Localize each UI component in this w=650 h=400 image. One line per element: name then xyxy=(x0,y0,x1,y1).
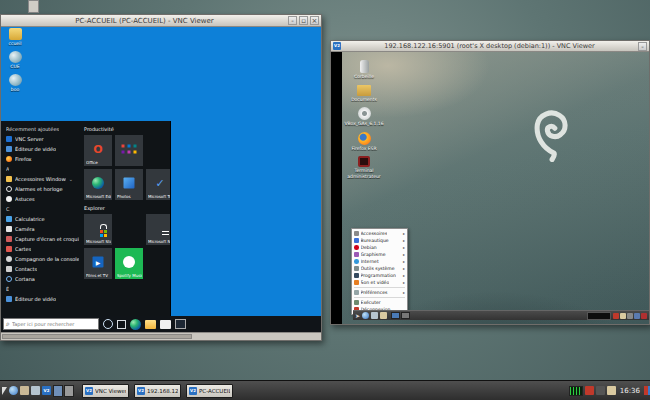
host-tray-icon-clipboard[interactable] xyxy=(607,386,616,395)
search-input[interactable] xyxy=(12,321,92,327)
menu-item[interactable]: Accessoires ▸ xyxy=(352,230,407,237)
menu-item[interactable]: Graphisme ▸ xyxy=(352,251,407,258)
workspace-switcher[interactable] xyxy=(391,312,410,319)
start-menu-item[interactable]: VNC Server xyxy=(6,134,79,144)
start-menu-item[interactable]: Récemment ajoutées xyxy=(6,124,79,134)
start-menu-item[interactable]: Compagnon de la console Xbox xyxy=(6,254,79,264)
start-tile[interactable]: Photos xyxy=(115,169,143,200)
start-tile[interactable]: Microsoft Ne xyxy=(146,214,170,245)
desktop-icon[interactable]: Firefox ESR xyxy=(344,132,384,152)
host-menu-pointer-icon[interactable] xyxy=(2,387,7,395)
titlebar[interactable]: V2 192.168.122.16:5901 (root's X desktop… xyxy=(331,41,649,52)
menu-item[interactable]: Programmation ▸ xyxy=(352,272,407,279)
scrollbar-thumb[interactable] xyxy=(2,334,192,339)
start-tile[interactable]: Spotify Music xyxy=(115,248,143,279)
start-menu-item[interactable]: Alarmes et horloge xyxy=(6,184,79,194)
edge-icon[interactable] xyxy=(130,319,141,330)
window-button[interactable]: V2 192.168.122.16:... xyxy=(134,384,181,398)
host-tray-icon-red[interactable] xyxy=(585,386,594,395)
host-file-manager-icon[interactable] xyxy=(31,386,40,395)
vnc-window-debian[interactable]: V2 192.168.122.16:5901 (root's X desktop… xyxy=(330,40,650,325)
folder-launcher-icon[interactable] xyxy=(380,312,387,319)
desktop-icon[interactable]: boo xyxy=(2,74,28,92)
host-folder-icon[interactable] xyxy=(20,386,29,395)
workspace-active[interactable] xyxy=(53,385,63,397)
start-menu-item[interactable]: Calculatrice xyxy=(6,214,79,224)
start-menu-item[interactable]: Cortana xyxy=(6,274,79,284)
network-monitor-icon[interactable] xyxy=(569,386,583,396)
task-view-icon[interactable] xyxy=(117,320,126,329)
host-vnc-launcher-icon[interactable]: V2 xyxy=(42,386,51,395)
start-menu-item[interactable]: Éditeur de vidéo xyxy=(6,144,79,154)
workspace-inactive[interactable] xyxy=(64,385,74,397)
tray-icon-grey[interactable] xyxy=(627,313,633,319)
submenu-arrow-icon: ▸ xyxy=(403,245,405,250)
host-tray-icon-grey[interactable] xyxy=(596,386,605,395)
titlebar[interactable]: PC-ACCUEIL (PC-ACCUEIL) - VNC Viewer - ▫… xyxy=(1,15,321,27)
close-button[interactable]: × xyxy=(310,16,319,25)
start-tile[interactable]: Office xyxy=(84,135,112,166)
start-menu-item[interactable]: Contacts xyxy=(6,264,79,274)
file-manager-launcher-icon[interactable] xyxy=(371,312,378,319)
menu-item[interactable]: Outils système ▸ xyxy=(352,265,407,272)
panel-window-button[interactable] xyxy=(587,312,611,320)
submenu-arrow-icon: ▸ xyxy=(403,290,405,295)
tray-icon-dark-red[interactable] xyxy=(641,313,647,319)
desktop-icon[interactable]: Terminal administrateur xyxy=(344,156,384,179)
start-menu-item[interactable]: Caméra xyxy=(6,224,79,234)
start-menu-item[interactable]: Cartes xyxy=(6,244,79,254)
start-menu-item[interactable]: A xyxy=(6,164,79,174)
desktop-icon[interactable]: VBox_GAs_6.1.16 xyxy=(344,107,384,127)
vnc-window-pc-accueil[interactable]: PC-ACCUEIL (PC-ACCUEIL) - VNC Viewer - ▫… xyxy=(0,14,322,341)
file-explorer-icon[interactable] xyxy=(145,320,156,329)
tray-icon-clipboard[interactable] xyxy=(620,313,626,319)
menu-item[interactable]: Internet ▸ xyxy=(352,258,407,265)
start-menu-item[interactable]: Accessoires Windows ⌄ xyxy=(6,174,79,184)
menu-item[interactable]: Son et vidéo ▸ xyxy=(352,279,407,286)
workspace-active[interactable] xyxy=(391,312,400,319)
menu-item[interactable]: Exécuter xyxy=(352,299,407,306)
start-tile[interactable] xyxy=(115,135,143,166)
tray-icon-red[interactable] xyxy=(613,313,619,319)
desktop-icon[interactable]: CUE xyxy=(2,51,28,69)
browser-launcher-icon[interactable] xyxy=(362,312,369,319)
menu-item[interactable]: Bureautique ▸ xyxy=(352,237,407,244)
start-menu-item[interactable]: Firefox xyxy=(6,154,79,164)
start-menu-item[interactable]: Astuces xyxy=(6,194,79,204)
cortana-icon[interactable] xyxy=(103,319,113,329)
minimize-button[interactable]: - xyxy=(288,16,297,25)
menu-item[interactable]: Préférences ▸ xyxy=(352,289,407,296)
folder-icon xyxy=(6,176,12,182)
host-tray-icon-edge[interactable] xyxy=(644,386,650,395)
tile-label: Microsoft Edge xyxy=(86,194,111,199)
start-menu-item[interactable]: C xyxy=(6,204,79,214)
tray-icon-blue[interactable] xyxy=(634,313,640,319)
workspace-inactive[interactable] xyxy=(401,312,410,319)
start-tile[interactable]: Films et TV xyxy=(84,248,112,279)
host-browser-icon[interactable] xyxy=(9,386,18,395)
console-icon[interactable] xyxy=(175,319,186,329)
chevron-down-icon[interactable]: ⌄ xyxy=(69,176,73,182)
desktop-icon[interactable]: Documents xyxy=(344,85,384,103)
window-button[interactable]: V2 PC-ACCUEIL (PC-... xyxy=(186,384,233,398)
vnc-horizontal-scrollbar[interactable] xyxy=(1,332,321,340)
user-folder-icon xyxy=(9,28,22,40)
window-button[interactable]: V2 VNC Viewer xyxy=(82,384,129,398)
xfce-menu-icon[interactable]: ➤ xyxy=(355,312,360,319)
host-workspace-switcher[interactable] xyxy=(53,385,74,397)
desktop-icon[interactable]: Corbeille xyxy=(344,60,384,80)
windows-search-box[interactable]: ⌕ xyxy=(3,318,99,330)
start-tile[interactable]: Microsoft Edge xyxy=(84,169,112,200)
maximize-button[interactable]: ▫ xyxy=(299,16,308,25)
start-menu-item[interactable]: Éditeur de vidéo xyxy=(6,294,79,304)
menu-item[interactable]: Debian ▸ xyxy=(352,244,407,251)
start-tile[interactable]: Microsoft To xyxy=(146,169,170,200)
start-menu-item[interactable]: É xyxy=(6,284,79,294)
start-tile[interactable]: Microsoft Store xyxy=(84,214,112,245)
start-menu-item[interactable]: Capture d'écran et croquis xyxy=(6,234,79,244)
microsoft-store-icon[interactable] xyxy=(160,320,171,329)
debian-desktop: Corbeille Documents VBox_GAs_6.1.16 Fire… xyxy=(342,52,649,324)
contacts-icon xyxy=(6,266,12,272)
minimize-button[interactable]: - xyxy=(638,42,647,51)
desktop-icon[interactable]: ccueil xyxy=(2,28,28,46)
